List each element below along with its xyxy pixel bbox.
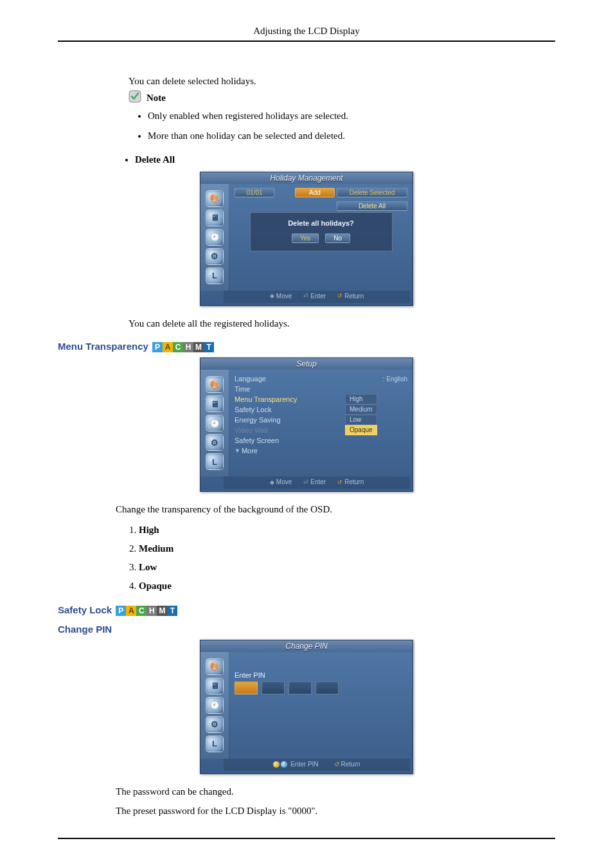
- delete-all-button[interactable]: Delete All: [337, 201, 407, 211]
- badge-m: M: [193, 342, 204, 352]
- option-medium[interactable]: Medium: [345, 404, 377, 415]
- pin-digit-input[interactable]: [235, 682, 258, 694]
- badge-a: A: [126, 606, 136, 616]
- monitor-icon: 🖥: [206, 395, 224, 412]
- list-item: Opaque: [139, 581, 555, 592]
- mode-badges: P A C H M T: [116, 606, 177, 616]
- list-item: Low: [139, 562, 555, 573]
- dot-icon: [273, 761, 280, 768]
- delete-all-label: Delete All: [135, 154, 175, 165]
- transparency-list: High Medium Low Opaque: [116, 525, 555, 592]
- hint-return: Return: [334, 761, 360, 768]
- hint-return: ↺Return: [337, 293, 364, 300]
- osd-footer: Enter PIN Return: [224, 759, 410, 771]
- gear-icon: ⚙: [206, 434, 224, 451]
- mode-badges: P A C H M T: [152, 342, 214, 352]
- menu-item[interactable]: Safety Lock: [235, 406, 407, 413]
- page-footer-rule: [58, 838, 555, 845]
- l-icon: L: [206, 267, 224, 284]
- hint-enter: ⏎Enter: [303, 293, 326, 300]
- badge-a: A: [163, 342, 173, 352]
- heading-safety-lock: Safety Lock P A C H M T: [58, 604, 555, 616]
- clock-icon: 🕘: [206, 697, 224, 714]
- note-icon: [129, 90, 141, 105]
- pin-digit-input[interactable]: [315, 682, 339, 694]
- text-delete-selected: You can delete selected holidays.: [129, 74, 555, 89]
- paint-icon: 🎨: [206, 658, 224, 675]
- osd-side-icons: 🎨 🖥 🕘 ⚙ L: [200, 652, 229, 759]
- delete-all-bullet: Delete All: [116, 154, 555, 165]
- yes-button[interactable]: Yes: [292, 233, 319, 243]
- osd-footer: ◆Move ⏎Enter ↺Return: [224, 291, 410, 303]
- badge-c: C: [136, 606, 147, 616]
- heading-menu-transparency: Menu Transparency P A C H M T: [58, 341, 555, 352]
- text-password-change: The password can be changed.: [116, 784, 555, 799]
- menu-item[interactable]: Language: [235, 375, 383, 383]
- badge-m: M: [157, 606, 167, 616]
- menu-item-selected[interactable]: Menu Transparency: [235, 395, 407, 403]
- menu-more[interactable]: More: [242, 447, 407, 455]
- badge-p: P: [152, 342, 163, 352]
- gear-icon: ⚙: [206, 248, 224, 265]
- pin-input-row: [235, 682, 407, 694]
- list-item: Medium: [139, 543, 555, 554]
- note-item: Only enabled when registered holidays ar…: [148, 111, 555, 122]
- transparency-options: High Medium Low Opaque: [345, 384, 377, 435]
- hint-move: ◆Move: [270, 293, 292, 300]
- osd-change-pin: Change PIN 🎨 🖥 🕘 ⚙ L Enter PIN Enter: [200, 640, 413, 774]
- osd-title: Holiday Management: [270, 174, 342, 183]
- dialog-question: Delete all holidays?: [257, 219, 386, 227]
- note-item: More than one holiday can be selected an…: [148, 131, 555, 141]
- option-opaque[interactable]: Opaque: [345, 425, 377, 435]
- clock-icon: 🕘: [206, 229, 224, 246]
- page-header: Adjusting the LCD Display: [58, 26, 555, 42]
- clock-icon: 🕘: [206, 415, 224, 431]
- note-row: Note: [129, 90, 555, 105]
- menu-item[interactable]: Time: [235, 385, 407, 393]
- note-list: Only enabled when registered holidays ar…: [129, 111, 555, 141]
- gear-icon: ⚙: [206, 716, 224, 733]
- l-icon: L: [206, 453, 224, 470]
- chevron-down-icon: ▼: [235, 448, 240, 454]
- menu-item[interactable]: Safety Screen: [235, 437, 407, 444]
- note-label: Note: [147, 92, 166, 102]
- osd-holiday-management: Holiday Management 🎨 🖥 🕘 ⚙ L 01/01 Add D…: [200, 172, 413, 306]
- badge-h: H: [147, 606, 157, 616]
- badge-h: H: [183, 342, 193, 352]
- delete-selected-button[interactable]: Delete Selected: [337, 188, 407, 197]
- text-preset-password: The preset password for the LCD Display …: [116, 804, 555, 818]
- pin-digit-input[interactable]: [289, 682, 312, 694]
- text-transparency: Change the transparency of the backgroun…: [116, 502, 555, 517]
- add-button[interactable]: Add: [295, 188, 335, 197]
- monitor-icon: 🖥: [206, 210, 224, 226]
- menu-item-disabled: Video Wall: [235, 426, 407, 434]
- no-button[interactable]: No: [325, 233, 350, 243]
- menu-item[interactable]: Energy Saving: [235, 416, 407, 424]
- hint-return: ↺Return: [337, 478, 364, 485]
- enter-pin-label: Enter PIN: [235, 671, 407, 679]
- text-delete-all: You can delete all the registered holida…: [129, 316, 555, 331]
- monitor-icon: 🖥: [206, 678, 224, 694]
- badge-t: T: [204, 342, 214, 352]
- osd-title: Change PIN: [285, 642, 327, 651]
- option-high[interactable]: High: [345, 394, 377, 404]
- badge-p: P: [116, 606, 126, 616]
- list-item: High: [139, 525, 555, 536]
- heading-change-pin: Change PIN: [58, 624, 555, 635]
- hint-move: ◆Move: [270, 478, 292, 485]
- menu-value: : English: [383, 375, 407, 383]
- osd-side-icons: 🎨 🖥 🕘 ⚙ L: [200, 370, 229, 476]
- osd-side-icons: 🎨 🖥 🕘 ⚙ L: [200, 184, 229, 291]
- paint-icon: 🎨: [206, 376, 224, 393]
- osd-footer: ◆Move ⏎Enter ↺Return: [224, 476, 410, 489]
- pin-digit-input[interactable]: [262, 682, 285, 694]
- confirm-dialog: Delete all holidays? Yes No: [250, 212, 393, 251]
- badge-c: C: [173, 342, 183, 352]
- hint-enter-pin: Enter PIN: [273, 761, 318, 768]
- option-low[interactable]: Low: [345, 415, 377, 425]
- osd-setup: Setup 🎨 🖥 🕘 ⚙ L Language: English Time M…: [200, 357, 413, 492]
- l-icon: L: [206, 736, 224, 752]
- osd-title: Setup: [296, 359, 316, 368]
- dot-icon: [281, 761, 287, 768]
- paint-icon: 🎨: [206, 190, 224, 207]
